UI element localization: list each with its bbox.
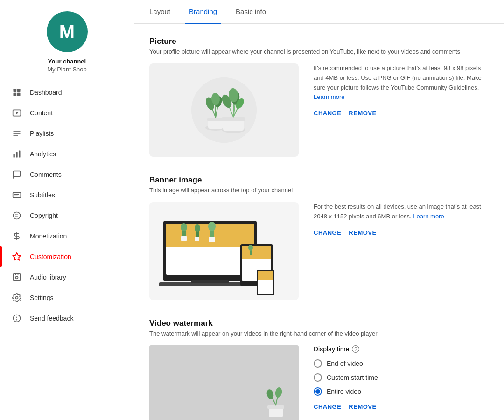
settings-icon xyxy=(11,292,22,303)
sidebar-item-subtitles[interactable]: Subtitles xyxy=(0,185,134,205)
watermark-title: Video watermark xyxy=(149,319,489,328)
svg-point-26 xyxy=(191,77,257,143)
sidebar-item-comments[interactable]: Comments xyxy=(0,164,134,185)
sidebar-label-monetization: Monetization xyxy=(30,232,67,240)
picture-change-button[interactable]: CHANGE xyxy=(314,110,341,117)
sidebar-item-dashboard[interactable]: Dashboard xyxy=(0,82,134,103)
svg-rect-70 xyxy=(267,405,284,409)
picture-info-panel: It's recommended to use a picture that's… xyxy=(314,63,489,117)
radio-group: End of video Custom start time Entire vi… xyxy=(314,359,489,396)
comments-icon xyxy=(11,169,22,180)
tab-branding[interactable]: Branding xyxy=(185,0,221,24)
banner-info-text: For the best results on all devices, use… xyxy=(314,202,489,222)
svg-rect-58 xyxy=(209,237,215,242)
picture-remove-button[interactable]: REMOVE xyxy=(349,110,376,117)
svg-rect-1 xyxy=(17,89,21,92)
banner-remove-button[interactable]: REMOVE xyxy=(349,229,376,236)
picture-title: Picture xyxy=(149,37,489,46)
radio-entire-video[interactable]: Entire video xyxy=(314,387,489,396)
sidebar-label-content: Content xyxy=(30,109,53,117)
banner-title: Banner image xyxy=(149,175,489,185)
radio-custom-start-time[interactable]: Custom start time xyxy=(314,373,489,382)
svg-rect-56 xyxy=(181,236,187,241)
playlists-icon xyxy=(11,128,22,139)
svg-rect-38 xyxy=(222,117,245,121)
picture-section: Picture Your profile picture will appear… xyxy=(149,37,489,157)
dashboard-icon xyxy=(11,87,22,98)
sidebar: M Your channel My Plant Shop Dashboard C… xyxy=(0,0,134,420)
picture-learn-more[interactable]: Learn more xyxy=(314,93,344,100)
sidebar-item-customization[interactable]: Customization xyxy=(0,246,134,267)
radio-end-of-video[interactable]: End of video xyxy=(314,359,489,368)
sidebar-item-settings[interactable]: Settings xyxy=(0,287,134,308)
channel-label: Your channel xyxy=(48,58,86,65)
plant-image xyxy=(191,77,257,143)
sidebar-item-monetization[interactable]: Monetization xyxy=(0,226,134,246)
watermark-remove-button[interactable]: REMOVE xyxy=(349,403,376,410)
display-time-help-icon[interactable]: ? xyxy=(352,345,359,353)
banner-change-button[interactable]: CHANGE xyxy=(314,229,341,236)
banner-image xyxy=(154,207,294,295)
radio-label-end: End of video xyxy=(327,360,363,367)
sidebar-label-playlists: Playlists xyxy=(30,130,54,137)
watermark-actions: CHANGE REMOVE xyxy=(314,403,489,410)
svg-rect-68 xyxy=(258,271,273,280)
sidebar-item-content[interactable]: Content xyxy=(0,103,134,123)
audio-library-icon xyxy=(11,272,22,283)
svg-rect-29 xyxy=(207,118,224,121)
profile-circle xyxy=(191,77,257,143)
watermark-body: Display time ? End of video Custom start… xyxy=(149,345,489,420)
watermark-description: The watermark will appear on your videos… xyxy=(149,330,489,337)
radio-inner-entire xyxy=(315,389,320,394)
sidebar-label-copyright: Copyright xyxy=(30,212,58,219)
sidebar-item-audio-library[interactable]: Audio library xyxy=(0,267,134,287)
avatar: M xyxy=(47,11,88,52)
main-panel: Layout Branding Basic info Picture Your … xyxy=(134,0,504,420)
banner-body: For the best results on all devices, use… xyxy=(149,202,489,300)
feedback-icon xyxy=(11,313,22,324)
sidebar-item-analytics[interactable]: Analytics xyxy=(0,144,134,164)
banner-info-panel: For the best results on all devices, use… xyxy=(314,202,489,236)
svg-text:©: © xyxy=(15,213,18,218)
banner-section: Banner image This image will appear acro… xyxy=(149,175,489,300)
customization-icon xyxy=(11,251,22,262)
svg-point-74 xyxy=(274,387,283,398)
tab-layout[interactable]: Layout xyxy=(146,0,174,24)
svg-rect-60 xyxy=(191,280,229,283)
picture-description: Your profile picture will appear where y… xyxy=(149,48,489,55)
banner-learn-more[interactable]: Learn more xyxy=(413,213,444,220)
tab-basic-info[interactable]: Basic info xyxy=(232,0,270,24)
watermark-image xyxy=(259,387,297,420)
svg-rect-0 xyxy=(14,89,17,92)
sidebar-item-playlists[interactable]: Playlists xyxy=(0,123,134,144)
svg-point-51 xyxy=(181,223,187,231)
watermark-section: Video watermark The watermark will appea… xyxy=(149,319,489,420)
svg-rect-3 xyxy=(17,93,21,96)
monetization-icon xyxy=(11,231,22,242)
copyright-icon: © xyxy=(11,210,22,221)
banner-preview xyxy=(149,202,299,300)
svg-point-19 xyxy=(16,276,18,279)
svg-point-53 xyxy=(195,224,200,232)
display-time-label: Display time ? xyxy=(314,345,489,353)
radio-label-custom: Custom start time xyxy=(327,374,378,381)
channel-name: My Plant Shop xyxy=(47,66,87,73)
svg-point-73 xyxy=(266,389,274,400)
subtitles-icon xyxy=(11,189,22,201)
watermark-change-button[interactable]: CHANGE xyxy=(314,403,341,410)
banner-actions: CHANGE REMOVE xyxy=(314,229,489,236)
svg-point-55 xyxy=(208,222,216,231)
tab-bar: Layout Branding Basic info xyxy=(134,0,504,24)
picture-body: It's recommended to use a picture that's… xyxy=(149,63,489,157)
picture-actions: CHANGE REMOVE xyxy=(314,110,489,117)
svg-rect-2 xyxy=(14,93,17,96)
sidebar-label-customization: Customization xyxy=(30,253,71,260)
sidebar-item-send-feedback[interactable]: Send feedback xyxy=(0,308,134,329)
sidebar-item-copyright[interactable]: © Copyright xyxy=(0,205,134,226)
svg-rect-9 xyxy=(14,154,15,158)
sidebar-label-analytics: Analytics xyxy=(30,150,56,158)
svg-rect-12 xyxy=(13,192,21,198)
radio-outer-end xyxy=(314,359,322,368)
svg-rect-10 xyxy=(16,152,17,158)
banner-description: This image will appear across the top of… xyxy=(149,187,489,194)
